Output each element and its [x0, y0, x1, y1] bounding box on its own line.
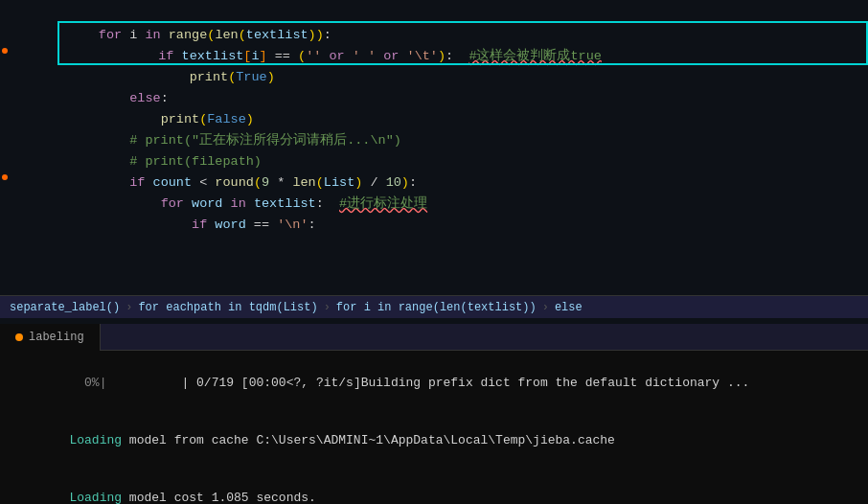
breadcrumb: separate_label() › for eachpath in tqdm(… — [0, 295, 868, 318]
breadcrumb-item-3: for i in range(len(textlist)) — [336, 296, 537, 319]
terminal-line-progress: 0%| | 0/719 [00:00<?, ?it/s]Building pre… — [10, 355, 858, 412]
tab-status-dot — [15, 333, 23, 341]
breadcrumb-item-2: for eachpath in tqdm(List) — [138, 296, 317, 319]
breadcrumb-sep-2: › — [324, 296, 331, 319]
breadcrumb-item-1: separate_label() — [10, 296, 120, 319]
code-editor[interactable]: for i in range(len(textlist)): if textli… — [29, 0, 868, 218]
terminal-line-loading2: Loading model cost 1.085 seconds. — [10, 470, 858, 504]
line-numbers — [0, 0, 29, 295]
terminal-content[interactable]: 0%| | 0/719 [00:00<?, ?it/s]Building pre… — [0, 351, 868, 504]
breadcrumb-item-4: else — [555, 296, 582, 319]
terminal-line-loading1: Loading model from cache C:\Users\ADMINI… — [10, 412, 858, 470]
breadcrumb-sep-1: › — [126, 296, 132, 319]
terminal-tab-labeling[interactable]: labeling — [0, 324, 101, 351]
code-line-1: for i in range(len(textlist)): — [36, 4, 860, 25]
terminal-tab-bar: labeling — [0, 324, 868, 351]
terminal-tab-label: labeling — [29, 328, 84, 347]
breadcrumb-sep-3: › — [542, 296, 549, 319]
